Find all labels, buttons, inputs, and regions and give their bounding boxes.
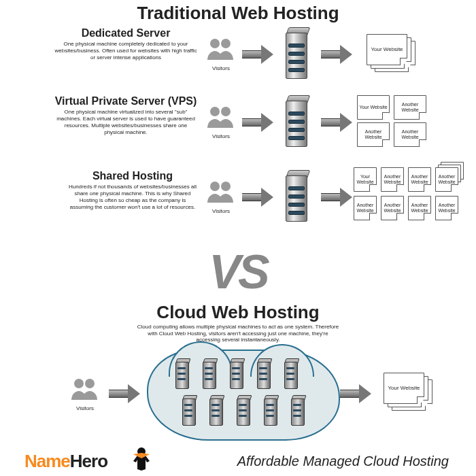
row-cloud: Visitors Your Website Your Website Your … — [0, 350, 476, 438]
mini-server-icon — [256, 359, 271, 389]
svg-point-2 — [210, 107, 220, 116]
people-icon — [206, 180, 236, 204]
row-vps: Virtual Private Server (VPS) One physica… — [0, 95, 476, 156]
diagram-root: Traditional Web Hosting Dedicated Server… — [0, 0, 476, 476]
visitors-label: Visitors — [68, 405, 102, 411]
vps-heading: Virtual Private Server (VPS) — [54, 95, 197, 107]
people-icon — [206, 37, 236, 61]
page-another-website: Another Website — [381, 167, 404, 192]
visitors-label: Visitors — [204, 133, 238, 139]
shared-desc: Hundreds if not thousands of websites/bu… — [68, 184, 197, 211]
arrow-icon — [242, 116, 276, 129]
page-your-website: Your Website — [357, 95, 390, 120]
arrow-icon — [242, 190, 276, 204]
vps-desc-block: Virtual Private Server (VPS) One physica… — [54, 95, 197, 136]
page-another-website: Another Website — [354, 196, 377, 220]
arrow-icon — [321, 190, 355, 204]
logo-part-2: Hero — [70, 451, 107, 471]
vs-divider: VS — [0, 245, 476, 299]
people-icon — [70, 377, 100, 401]
logo-part-1: Name — [24, 451, 70, 471]
cloud-server-cluster — [147, 350, 337, 438]
svg-point-5 — [221, 182, 231, 191]
svg-point-6 — [74, 379, 84, 388]
dedicated-heading: Dedicated Server — [54, 27, 197, 39]
page-grid-shared: Another Website Another Website Your Web… — [354, 166, 476, 231]
mini-server-icon — [283, 359, 298, 389]
mini-server-icon — [235, 396, 250, 426]
svg-point-0 — [210, 39, 220, 48]
dedicated-desc: One physical machine completely dedicate… — [54, 41, 197, 61]
page-another-website: Another Website — [394, 95, 426, 120]
svg-point-1 — [221, 39, 231, 48]
arrow-icon — [321, 116, 355, 129]
mini-server-icon — [208, 396, 223, 426]
mini-server-icon — [174, 359, 189, 389]
page-grid-vps: Your Website Another Website Another Web… — [357, 95, 473, 150]
visitors-label: Visitors — [204, 65, 238, 71]
page-your-website: Your Website — [354, 167, 377, 192]
row-shared: Shared Hosting Hundreds if not thousands… — [0, 170, 476, 231]
shared-desc-block: Shared Hosting Hundreds if not thousands… — [68, 170, 197, 211]
traditional-hosting-title: Traditional Web Hosting — [0, 3, 476, 24]
arrow-icon — [340, 387, 374, 401]
page-stack: Your Website Your Website Your Website — [362, 31, 437, 79]
page-another-website: Another Website — [357, 122, 390, 147]
arrow-icon — [242, 48, 276, 61]
cloud-hosting-desc: Cloud computing allows multiple physical… — [136, 324, 340, 343]
svg-point-4 — [210, 182, 220, 191]
server-icon — [282, 170, 310, 223]
visitors-icon: Visitors — [68, 377, 102, 411]
arrow-icon — [109, 387, 143, 401]
people-icon — [206, 105, 236, 129]
visitors-icon: Visitors — [204, 105, 238, 139]
page-another-website: Another Website — [435, 196, 458, 220]
mini-server-icon — [290, 396, 305, 426]
page-another-website: Another Website — [394, 122, 426, 147]
mini-server-icon — [262, 396, 277, 426]
mini-server-icon — [228, 359, 243, 389]
vps-desc: One physical machine virtualized into se… — [54, 109, 197, 136]
page-another-website: Another Website — [408, 167, 431, 192]
row-dedicated: Dedicated Server One physical machine co… — [0, 27, 476, 88]
cloud-hosting-title: Cloud Web Hosting — [0, 302, 476, 323]
page-another-website: Another Website — [408, 196, 431, 220]
svg-point-3 — [221, 107, 231, 116]
svg-point-7 — [85, 379, 95, 388]
dedicated-desc-block: Dedicated Server One physical machine co… — [54, 27, 197, 61]
page-another-website: Another Website — [435, 167, 458, 192]
server-icon — [282, 27, 310, 80]
visitors-label: Visitors — [204, 208, 238, 214]
mini-server-icon — [181, 396, 196, 426]
namehero-logo: NameHero — [24, 451, 107, 472]
page-stack: Your Website Your Website Your Website — [379, 370, 454, 418]
mini-server-icon — [201, 359, 216, 389]
page-your-website: Your Website — [384, 373, 424, 404]
footer-tagline: Affordable Managed Cloud Hosting — [237, 454, 449, 469]
visitors-icon: Visitors — [204, 180, 238, 214]
arrow-icon — [321, 48, 355, 61]
shared-heading: Shared Hosting — [68, 170, 197, 182]
visitors-icon: Visitors — [204, 37, 238, 71]
footer: NameHero Affordable Managed Cloud Hostin… — [0, 443, 476, 476]
page-another-website: Another Website — [381, 196, 404, 220]
server-icon — [282, 95, 310, 148]
hero-mascot-icon — [128, 445, 155, 472]
page-your-website: Your Website — [367, 34, 407, 65]
